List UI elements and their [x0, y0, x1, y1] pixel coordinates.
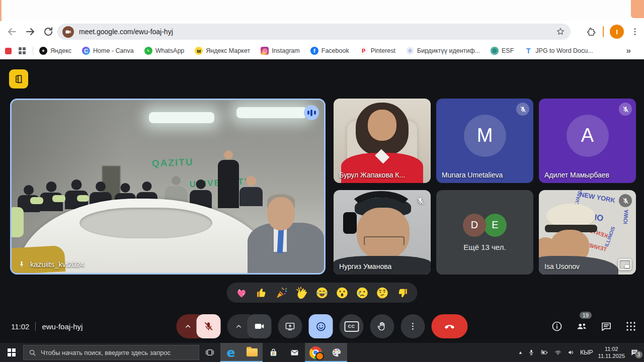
windows-logo-icon [8, 348, 16, 356]
taskbar-mail[interactable] [284, 343, 305, 362]
url-bar[interactable]: meet.google.com/ewu-foaj-hyj [57, 24, 571, 40]
mic-muted-icon [619, 103, 632, 116]
tray-volume-icon[interactable] [567, 349, 575, 356]
face-with-tears-of-joy-reaction[interactable] [315, 286, 329, 300]
start-button[interactable] [0, 343, 23, 362]
green-chair [10, 207, 24, 237]
taskbar-store[interactable] [263, 343, 284, 362]
bookmark-instagram[interactable]: Instagram [261, 47, 300, 55]
bookmark-canva[interactable]: C Home - Canva [82, 47, 134, 55]
folder-icon [247, 348, 258, 356]
tray-clock[interactable]: 11:02 11.11.2025 [598, 345, 625, 360]
thumbs-down-reaction[interactable] [396, 286, 410, 300]
avatar-initial: E [484, 214, 507, 237]
person-silhouette-standing [218, 150, 239, 210]
chat-panel-icon[interactable] [600, 320, 612, 332]
camera-toggle-button[interactable] [248, 314, 272, 338]
clapping-hands-reaction[interactable] [295, 286, 309, 300]
browser-menu-icon[interactable] [630, 27, 640, 37]
classroom-video: QAZITU UNIVERSITY [12, 100, 324, 273]
participant-tile-munara[interactable]: M Munara Umetalieva [436, 99, 533, 183]
yandex-icon [39, 47, 47, 55]
participant-tile-isa[interactable]: NEW YORK PENNSYLVANIA OHIO KENTUCKY ILLI… [539, 190, 636, 275]
store-bag-icon [268, 347, 279, 358]
raise-hand-button[interactable] [370, 314, 394, 338]
window-top-strip [0, 0, 644, 21]
more-options-button[interactable] [401, 314, 425, 338]
meeting-details-icon[interactable] [551, 320, 563, 332]
activities-grid-icon[interactable] [625, 320, 637, 332]
esf-icon [491, 47, 499, 55]
bookmark-yandex-market[interactable]: м Яндекс Маркет [195, 47, 250, 55]
crying-face-reaction[interactable] [356, 286, 369, 300]
party-popper-reaction[interactable] [275, 286, 289, 300]
taskbar-chrome[interactable] [305, 343, 326, 362]
tray-mic-icon[interactable] [528, 349, 535, 356]
apps-grid-icon[interactable] [19, 47, 26, 54]
reactions-toggle-button[interactable] [309, 314, 333, 338]
meeting-code: ewu-foaj-hyj [42, 322, 83, 331]
back-button[interactable] [6, 26, 18, 38]
bookmarks-overflow-chevron[interactable]: » [626, 46, 631, 56]
meet-stage: QAZITU UNIVERSITY [0, 59, 644, 343]
system-tray: ▲ КЫР 11:02 11.11.2025 3 [518, 345, 644, 360]
bookmark-whatsapp[interactable]: WhatsApp [144, 47, 185, 55]
thumbs-up-reaction[interactable] [255, 286, 269, 300]
picture-in-picture-icon[interactable] [618, 259, 631, 270]
green-chair [77, 195, 89, 202]
tray-battery-icon[interactable] [540, 348, 549, 356]
profile-avatar[interactable]: I [610, 25, 624, 39]
bookmark-esf[interactable]: ESF [491, 47, 514, 55]
left-edge-accent [0, 0, 2, 21]
taskbar-edge[interactable]: e [220, 343, 242, 362]
main-video-tile[interactable]: QAZITU UNIVERSITY [10, 99, 326, 275]
bookmark-pinterest[interactable]: P Pinterest [360, 47, 395, 55]
bookmark-identification[interactable]: Бирдиктүү идентиф... [406, 47, 480, 55]
participant-name: Бурул Жапакова К... [339, 171, 405, 179]
captions-button[interactable]: CC [340, 314, 364, 338]
search-icon [29, 349, 36, 356]
forward-button[interactable] [24, 26, 36, 38]
audio-activity-indicator [304, 105, 319, 120]
reload-button[interactable] [42, 26, 54, 38]
taskbar-search-box[interactable]: Чтобы начать поиск, введите здесь запрос [23, 345, 199, 360]
door-extension-icon[interactable] [9, 69, 28, 88]
participant-tile-burul[interactable]: Бурул Жапакова К... [334, 99, 431, 183]
bookmark-star-icon[interactable] [555, 27, 566, 37]
participant-tile-nurgiz[interactable]: Нургиз Уманова [334, 190, 431, 275]
more-participants-label: Ещё 13 чел. [463, 243, 506, 251]
notification-count-badge: 3 [635, 351, 642, 358]
whatsapp-icon [144, 47, 152, 55]
tray-expand-icon[interactable]: ▲ [518, 350, 523, 355]
screen: meet.google.com/ewu-foaj-hyj I Яндекс [0, 0, 644, 362]
people-panel-icon[interactable]: 19 [576, 320, 588, 332]
present-screen-button[interactable] [278, 314, 302, 338]
participant-tile-adilet[interactable]: A Адилет Мамырбаев [539, 99, 636, 183]
mic-muted-icon [414, 194, 427, 207]
thinking-face-reaction[interactable] [376, 286, 389, 300]
more-participants-tile[interactable]: D E Ещё 13 чел. [436, 190, 533, 275]
surprised-face-reaction[interactable] [336, 286, 349, 300]
bookmark-jpg-to-word[interactable]: T JPG to Word Docu... [524, 47, 593, 55]
avatar-initial: M [464, 115, 506, 157]
search-placeholder: Чтобы начать поиск, введите здесь запрос [41, 349, 171, 356]
end-call-button[interactable] [432, 314, 468, 338]
mic-mute-button[interactable] [197, 314, 221, 338]
red-app-icon[interactable] [5, 48, 12, 54]
taskbar-file-explorer[interactable] [242, 343, 263, 362]
extensions-icon[interactable] [586, 26, 597, 37]
participant-name: Адилет Мамырбаев [544, 171, 609, 179]
tray-wifi-icon[interactable] [554, 349, 562, 356]
bookmark-facebook[interactable]: f Facebook [310, 47, 349, 55]
participant-name: Isa Usonov [544, 262, 580, 270]
sparkling-heart-reaction[interactable] [235, 286, 249, 300]
language-indicator[interactable]: КЫР [580, 349, 593, 356]
windows-taskbar: Чтобы начать поиск, введите здесь запрос… [0, 343, 644, 362]
bookmark-yandex[interactable]: Яндекс [39, 47, 71, 55]
tray-date: 11.11.2025 [598, 352, 625, 359]
action-center-icon[interactable]: 3 [630, 348, 639, 357]
mic-muted-icon [619, 194, 632, 207]
taskbar-paint[interactable] [326, 343, 347, 362]
task-view-button[interactable] [199, 343, 220, 362]
avatar-initial: D [463, 214, 486, 237]
